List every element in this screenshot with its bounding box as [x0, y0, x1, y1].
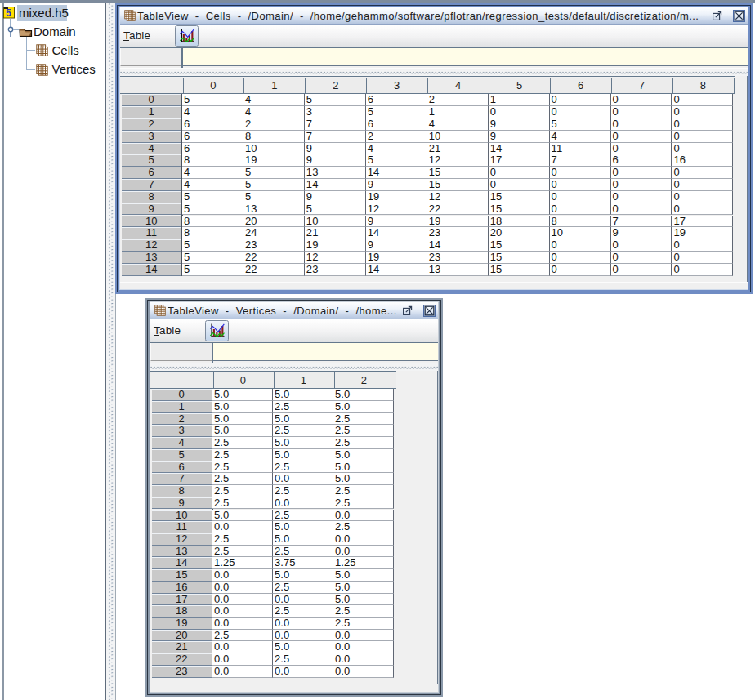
svg-text:5: 5	[6, 7, 11, 19]
